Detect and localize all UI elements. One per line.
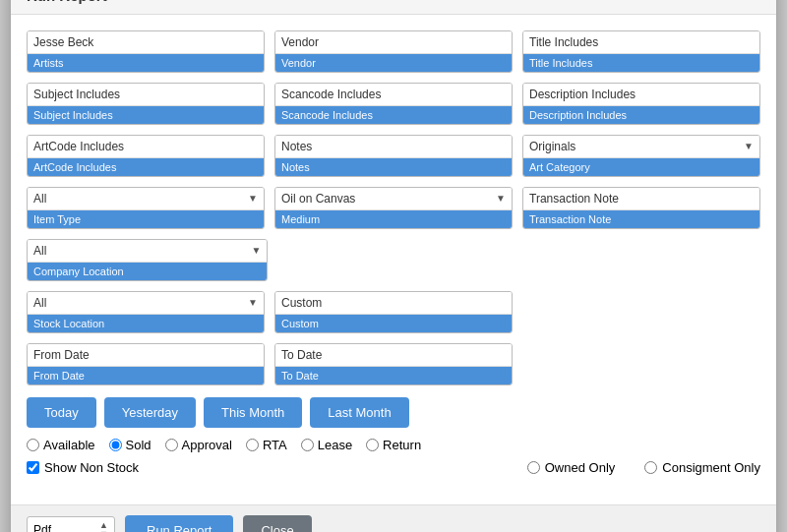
vendor-label: Vendor [275, 54, 512, 72]
transaction-note-label: Transaction Note [523, 210, 759, 228]
show-non-stock-label: Show Non Stock [44, 460, 139, 475]
to-date-label: To Date [275, 367, 512, 384]
medium-dropdown[interactable]: Oil on Canvas ▼ [275, 188, 512, 210]
scancode-includes-value: Scancode Includes [275, 84, 512, 106]
dialog-close-button[interactable]: ✕ [748, 0, 760, 3]
item-type-field: All ▼ Item Type [27, 187, 265, 229]
company-location-dropdown[interactable]: All ▼ [28, 240, 267, 263]
this-month-button[interactable]: This Month [204, 397, 302, 428]
from-date-label: From Date [28, 367, 264, 384]
to-date-field: To Date To Date [274, 343, 513, 385]
artists-value: Jesse Beck [28, 31, 264, 54]
title-includes-value: Title Includes [523, 31, 759, 54]
stock-location-field: All ▼ Stock Location [27, 291, 265, 333]
format-selector[interactable]: Pdf ▲ ▼ [27, 516, 115, 532]
spacer-2 [522, 291, 760, 333]
run-report-dialog: Run Report ✕ Jesse Beck Artists Vendor V… [10, 0, 777, 532]
yesterday-button[interactable]: Yesterday [104, 397, 196, 428]
medium-arrow-icon: ▼ [496, 193, 506, 204]
item-type-label: Item Type [28, 210, 264, 228]
stock-location-value: All [33, 296, 46, 310]
spacer-3 [522, 343, 760, 385]
art-category-arrow-icon: ▼ [744, 141, 754, 151]
custom-value: Custom [275, 292, 512, 315]
field-row-5: All ▼ Company Location [27, 239, 760, 281]
status-radio-row: Available Sold Approval RTA Lease Return [27, 438, 760, 452]
field-row-3: ArtCode Includes ArtCode Includes Notes … [27, 135, 760, 177]
custom-field: Custom Custom [274, 291, 513, 333]
subject-includes-label: Subject Includes [28, 106, 264, 124]
radio-return[interactable]: Return [366, 438, 421, 452]
radio-rta[interactable]: RTA [246, 438, 287, 452]
notes-value: Notes [275, 136, 512, 158]
description-includes-value: Description Includes [523, 84, 759, 106]
company-location-field: All ▼ Company Location [27, 239, 268, 281]
show-non-stock-checkbox[interactable]: Show Non Stock [27, 460, 139, 475]
vendor-value: Vendor [275, 31, 512, 54]
art-category-field: Originals ▼ Art Category [522, 135, 760, 177]
dialog-footer: Pdf ▲ ▼ Run Report Close [11, 504, 776, 533]
scancode-includes-label: Scancode Includes [275, 106, 512, 124]
artists-field: Jesse Beck Artists [27, 30, 265, 73]
stock-location-dropdown[interactable]: All ▼ [28, 292, 264, 315]
art-category-dropdown[interactable]: Originals ▼ [523, 136, 759, 158]
company-location-arrow-icon: ▼ [251, 245, 261, 256]
medium-value: Oil on Canvas [281, 192, 355, 206]
format-arrows-icon: ▲ ▼ [99, 521, 108, 532]
dialog-header: Run Report ✕ [11, 0, 776, 15]
field-row-2: Subject Includes Subject Includes Scanco… [27, 83, 760, 125]
spacer-1 [277, 239, 760, 281]
medium-field: Oil on Canvas ▼ Medium [274, 187, 513, 229]
dialog-title: Run Report [27, 0, 107, 4]
transaction-note-field: Transaction Note Transaction Note [522, 187, 760, 229]
consignment-only-label: Consigment Only [662, 460, 760, 475]
stock-location-label: Stock Location [28, 315, 264, 332]
company-location-value: All [33, 244, 46, 258]
item-type-arrow-icon: ▼ [248, 193, 258, 204]
from-date-value: From Date [28, 344, 264, 367]
stock-location-arrow-icon: ▼ [248, 297, 258, 308]
vendor-field: Vendor Vendor [274, 30, 513, 73]
radio-sold[interactable]: Sold [109, 438, 151, 452]
title-includes-label: Title Includes [523, 54, 759, 72]
description-includes-label: Description Includes [523, 106, 759, 124]
date-buttons-row: Today Yesterday This Month Last Month [27, 397, 760, 428]
consignment-only-checkbox[interactable]: Consigment Only [644, 460, 760, 475]
subject-includes-field: Subject Includes Subject Includes [27, 83, 265, 125]
notes-field: Notes Notes [274, 135, 513, 177]
today-button[interactable]: Today [27, 397, 96, 428]
owned-only-label: Owned Only [545, 460, 616, 475]
field-row-6: All ▼ Stock Location Custom Custom [27, 291, 760, 333]
last-month-button[interactable]: Last Month [310, 397, 408, 428]
art-category-label: Art Category [523, 158, 759, 176]
checkbox-row: Show Non Stock Owned Only Consigment Onl… [27, 460, 760, 475]
subject-includes-value: Subject Includes [28, 84, 264, 106]
field-row-4: All ▼ Item Type Oil on Canvas ▼ Medium [27, 187, 760, 229]
item-type-value: All [33, 192, 46, 206]
notes-label: Notes [275, 158, 512, 176]
field-row-1: Jesse Beck Artists Vendor Vendor Title I… [27, 30, 760, 73]
artcode-includes-field: ArtCode Includes ArtCode Includes [27, 135, 265, 177]
scancode-includes-field: Scancode Includes Scancode Includes [274, 83, 513, 125]
to-date-value: To Date [275, 344, 512, 367]
art-category-value: Originals [529, 140, 575, 153]
title-includes-field: Title Includes Title Includes [522, 30, 760, 73]
run-report-button[interactable]: Run Report [125, 515, 233, 533]
company-location-label: Company Location [28, 263, 267, 280]
dialog-body: Jesse Beck Artists Vendor Vendor Title I… [11, 15, 776, 504]
format-value: Pdf [33, 523, 51, 532]
artists-label: Artists [28, 54, 264, 72]
radio-lease[interactable]: Lease [301, 438, 352, 452]
radio-approval[interactable]: Approval [165, 438, 232, 452]
transaction-note-value: Transaction Note [523, 188, 759, 210]
artcode-includes-value: ArtCode Includes [28, 136, 264, 158]
item-type-dropdown[interactable]: All ▼ [28, 188, 264, 210]
radio-available[interactable]: Available [27, 438, 95, 452]
close-button[interactable]: Close [243, 515, 311, 533]
artcode-includes-label: ArtCode Includes [28, 158, 264, 176]
owned-only-checkbox[interactable]: Owned Only [527, 460, 616, 475]
custom-label: Custom [275, 315, 512, 332]
description-includes-field: Description Includes Description Include… [522, 83, 760, 125]
from-date-field: From Date From Date [27, 343, 265, 385]
field-row-7: From Date From Date To Date To Date [27, 343, 760, 385]
